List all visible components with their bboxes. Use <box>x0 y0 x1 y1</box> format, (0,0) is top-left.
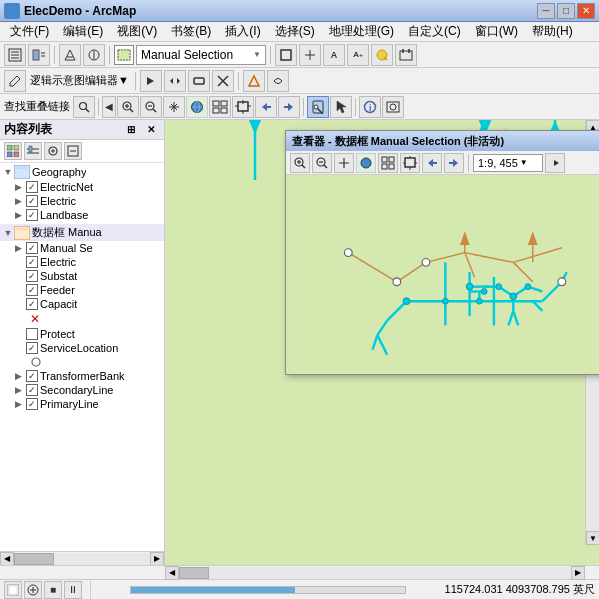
map-h-scroll-thumb[interactable] <box>179 567 209 579</box>
menu-windows[interactable]: 窗口(W) <box>469 21 524 42</box>
map-globe[interactable] <box>186 96 208 118</box>
menu-bookmarks[interactable]: 书签(B) <box>165 21 217 42</box>
expand-manual-icon[interactable]: ▼ <box>2 227 14 239</box>
tool-f[interactable]: A+ <box>347 44 369 66</box>
tool-c[interactable] <box>275 44 297 66</box>
electric-checkbox[interactable]: ✓ <box>26 195 38 207</box>
toc-item-electricnet[interactable]: ▶ ✓ ElectricNet <box>0 180 164 194</box>
map-viewer[interactable] <box>382 96 404 118</box>
feeder-checkbox[interactable]: ✓ <box>26 284 38 296</box>
menu-customize[interactable]: 自定义(C) <box>402 21 467 42</box>
h-scroll-thumb[interactable] <box>14 553 54 565</box>
toc-tool-2[interactable] <box>24 142 42 160</box>
viewer-forward[interactable] <box>444 153 464 173</box>
manual-selection-dropdown[interactable]: Manual Selection ▼ <box>136 45 266 65</box>
expand-landbase-icon[interactable]: ▶ <box>12 209 24 221</box>
toc-tool-3[interactable] <box>44 142 62 160</box>
menu-geoprocessing[interactable]: 地理处理(G) <box>323 21 400 42</box>
menu-file[interactable]: 文件(F) <box>4 21 55 42</box>
toc-item-serviceloc[interactable]: ✓ ServiceLocation <box>0 341 164 355</box>
legend-edit-btn[interactable] <box>4 70 26 92</box>
toc-item-secondaryline[interactable]: ▶ ✓ SecondaryLine <box>0 383 164 397</box>
legend-btn-2[interactable] <box>28 44 50 66</box>
legend-btn-1[interactable] <box>4 44 26 66</box>
viewer-scale-dropdown[interactable]: 1:9, 455 ▼ <box>473 154 543 172</box>
viewer-pan[interactable] <box>334 153 354 173</box>
map-extent-1[interactable] <box>209 96 231 118</box>
menu-select[interactable]: 选择(S) <box>269 21 321 42</box>
expand-transformer-icon[interactable]: ▶ <box>12 370 24 382</box>
toc-item-primaryline[interactable]: ▶ ✓ PrimaryLine <box>0 397 164 411</box>
map-forward[interactable] <box>278 96 300 118</box>
protect-checkbox[interactable] <box>26 328 38 340</box>
toc-item-manual-se[interactable]: ▶ ✓ Manual Se <box>0 241 164 255</box>
edit-tool-3[interactable] <box>188 70 210 92</box>
toc-item-landbase[interactable]: ▶ ✓ Landbase <box>0 208 164 222</box>
expand-electric-icon[interactable]: ▶ <box>12 195 24 207</box>
landbase-checkbox[interactable]: ✓ <box>26 209 38 221</box>
tool-btn-a[interactable] <box>59 44 81 66</box>
viewer-globe[interactable] <box>356 153 376 173</box>
viewer-extent-2[interactable] <box>400 153 420 173</box>
minimize-button[interactable]: ─ <box>537 3 555 19</box>
tool-d[interactable] <box>299 44 321 66</box>
electricnet-checkbox[interactable]: ✓ <box>26 181 38 193</box>
layout-view-btn[interactable] <box>114 45 134 65</box>
v-scroll-down-btn[interactable]: ▼ <box>586 531 599 545</box>
expand-primaryline-icon[interactable]: ▶ <box>12 398 24 410</box>
toc-group-manual-header[interactable]: ▼ 数据框 Manua <box>0 224 164 241</box>
map-back[interactable] <box>255 96 277 118</box>
sidebar-pin-btn[interactable]: ⊞ <box>122 121 140 139</box>
map-h-scroll-left[interactable]: ◀ <box>165 566 179 580</box>
manual-se-checkbox[interactable]: ✓ <box>26 242 38 254</box>
expand-secondaryline-icon[interactable]: ▶ <box>12 384 24 396</box>
status-tool-3[interactable]: ■ <box>44 581 62 599</box>
menu-help[interactable]: 帮助(H) <box>526 21 579 42</box>
menu-insert[interactable]: 插入(I) <box>219 21 266 42</box>
map-select-arrow[interactable] <box>330 96 352 118</box>
map-h-scroll-right[interactable]: ▶ <box>571 566 585 580</box>
serviceloc-checkbox[interactable]: ✓ <box>26 342 38 354</box>
status-tool-pause[interactable]: ⏸ <box>64 581 82 599</box>
maximize-button[interactable]: □ <box>557 3 575 19</box>
map-tool-scroll-left[interactable]: ◀ <box>102 96 116 118</box>
tool-h[interactable] <box>395 44 417 66</box>
toc-item-electric[interactable]: ▶ ✓ Electric <box>0 194 164 208</box>
primaryline-checkbox[interactable]: ✓ <box>26 398 38 410</box>
map-pan[interactable] <box>163 96 185 118</box>
map-zoom-out[interactable] <box>140 96 162 118</box>
viewer-back[interactable] <box>422 153 442 173</box>
map-info[interactable]: i <box>359 96 381 118</box>
expand-geography-icon[interactable]: ▼ <box>2 166 14 178</box>
transformerbank-checkbox[interactable]: ✓ <box>26 370 38 382</box>
expand-electricnet-icon[interactable]: ▶ <box>12 181 24 193</box>
map-select[interactable] <box>307 96 329 118</box>
status-tool-1[interactable] <box>4 581 22 599</box>
toc-tool-1[interactable] <box>4 142 22 160</box>
viewer-nav[interactable] <box>545 153 565 173</box>
map-extent-2[interactable] <box>232 96 254 118</box>
edit-tool-4[interactable] <box>212 70 234 92</box>
toc-tool-4[interactable] <box>64 142 82 160</box>
expand-manual-se-icon[interactable]: ▶ <box>12 242 24 254</box>
viewer-zoom-out[interactable] <box>312 153 332 173</box>
toc-group-geography-header[interactable]: ▼ Geography <box>0 164 164 180</box>
edit-tool-1[interactable] <box>140 70 162 92</box>
menu-edit[interactable]: 编辑(E) <box>57 21 109 42</box>
menu-view[interactable]: 视图(V) <box>111 21 163 42</box>
toc-item-transformerbank[interactable]: ▶ ✓ TransformerBank <box>0 369 164 383</box>
toc-item-capacit[interactable]: ✓ Capacit <box>0 297 164 311</box>
toc-item-feeder[interactable]: ✓ Feeder <box>0 283 164 297</box>
map-zoom-in[interactable] <box>117 96 139 118</box>
bottom-scrollbar[interactable]: ◀ ▶ <box>0 565 599 579</box>
search-go-btn[interactable] <box>73 96 95 118</box>
tool-e[interactable]: A <box>323 44 345 66</box>
capacit-checkbox[interactable]: ✓ <box>26 298 38 310</box>
toc-item-substation[interactable]: ✓ Substat <box>0 269 164 283</box>
h-scroll-right-btn[interactable]: ▶ <box>150 552 164 566</box>
electric2-checkbox[interactable]: ✓ <box>26 256 38 268</box>
sidebar-scrollbar-h[interactable]: ◀ ▶ <box>0 551 164 565</box>
status-tool-2[interactable] <box>24 581 42 599</box>
tool-g[interactable] <box>371 44 393 66</box>
close-button[interactable]: ✕ <box>577 3 595 19</box>
